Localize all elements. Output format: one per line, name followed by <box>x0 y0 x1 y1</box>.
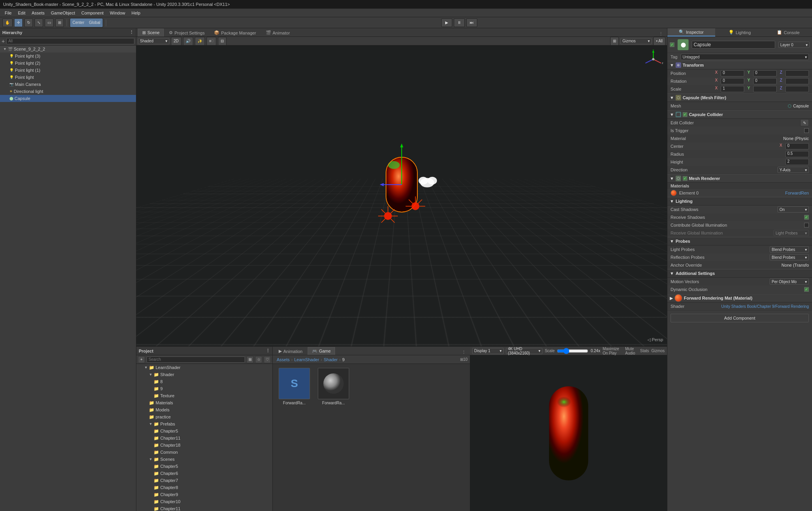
proj-texture[interactable]: 📁 Texture <box>136 392 272 399</box>
radius-field[interactable]: 0.5 <box>785 151 809 157</box>
menu-help[interactable]: Help <box>128 10 143 16</box>
additional-settings-header[interactable]: ▼ Additional Settings <box>667 269 812 278</box>
inspector-tab-inspector[interactable]: 🔍 Inspector <box>667 28 715 36</box>
play-btn[interactable]: ▶ <box>441 18 452 27</box>
tool-move[interactable]: ✛ <box>14 18 23 27</box>
menu-window[interactable]: Window <box>107 10 128 16</box>
proj-prefabs[interactable]: ▼ 📁 Prefabs <box>136 420 272 427</box>
tree-maincamera[interactable]: 📷 Main Camera <box>0 81 136 88</box>
tool-rect[interactable]: ▭ <box>45 18 54 27</box>
proj-chapter9[interactable]: 📁 Chapter9 <box>136 491 272 498</box>
motion-vectors-dropdown[interactable]: Per Object Mo ▾ <box>770 278 809 285</box>
scene-2d-btn[interactable]: 2D <box>171 37 181 45</box>
scene-viewport[interactable]: y z ◁ Persp <box>136 45 667 346</box>
proj-chapter18-pre[interactable]: 📁 Chapter18 <box>136 442 272 449</box>
receive-shadows-checkbox[interactable] <box>804 215 809 220</box>
proj-models[interactable]: 📁 Models <box>136 406 272 413</box>
space-global-btn[interactable]: Global <box>87 18 103 27</box>
hierarchy-add-btn[interactable]: + <box>2 38 5 44</box>
proj-9[interactable]: 📁 9 <box>136 385 272 392</box>
reflection-probes-dropdown[interactable]: Blend Probes ▾ <box>770 254 809 260</box>
hierarchy-search[interactable] <box>6 38 134 44</box>
proj-chapter5[interactable]: 📁 Chapter5 <box>136 463 272 470</box>
tab-package-manager[interactable]: 📦 Package Manager <box>210 29 260 36</box>
tree-pointlight[interactable]: 💡 Point light <box>0 74 136 81</box>
bottom-tabs-menu[interactable]: ⋮ <box>459 350 468 355</box>
light-probes-dropdown[interactable]: Blend Probes ▾ <box>770 246 809 253</box>
project-add-btn[interactable]: + <box>138 356 145 363</box>
tree-pointlight3[interactable]: 💡 Point light (3) <box>0 53 136 60</box>
layer-dropdown[interactable]: Layer 0 ▾ <box>778 42 810 48</box>
asset-forwardra-s[interactable]: S ForwardRa... <box>277 368 312 405</box>
proj-chapter11[interactable]: 📁 Chapter11 <box>136 505 272 511</box>
rot-z-field[interactable] <box>785 78 809 84</box>
resolution-dropdown[interactable]: 4K UHD (3840x2160) ▾ <box>506 348 542 354</box>
pos-x-field[interactable]: 0 <box>721 70 744 76</box>
scene-layers-btn[interactable]: ⊞ <box>610 37 619 45</box>
proj-scenes[interactable]: ▼ 📁 Scenes <box>136 456 272 463</box>
rot-x-field[interactable]: 0 <box>721 78 744 84</box>
object-enabled-checkbox[interactable] <box>670 42 674 47</box>
game-gizmos-btn[interactable]: Gizmos <box>651 349 665 353</box>
proj-chapter7[interactable]: 📁 Chapter7 <box>136 477 272 484</box>
cast-shadows-dropdown[interactable]: On ▾ <box>778 206 809 213</box>
material-header[interactable]: ▶ Forward Rendering Mat (Material) <box>667 294 812 302</box>
cx-field[interactable]: 0 <box>785 143 809 149</box>
tab-game[interactable]: 🎮 Game <box>308 347 335 355</box>
menu-file[interactable]: File <box>2 10 15 16</box>
tree-dirlight[interactable]: ☀ Directional light <box>0 88 136 95</box>
gizmos-dropdown[interactable]: Gizmos ▾ <box>620 38 652 44</box>
direction-dropdown[interactable]: Y-Axis ▾ <box>778 167 809 173</box>
scene-all-btn[interactable]: • All <box>653 37 665 45</box>
proj-chapter10[interactable]: 📁 Chapter10 <box>136 498 272 505</box>
inspector-tab-console[interactable]: 📋 Console <box>764 28 812 36</box>
scene-hidden-btn[interactable]: ⊟ <box>218 37 227 45</box>
project-view-btn[interactable]: ⊞ <box>246 356 254 363</box>
scene-effects-btn[interactable]: ✨ <box>195 37 205 45</box>
is-trigger-checkbox[interactable] <box>804 128 809 133</box>
project-search-input[interactable] <box>147 356 245 363</box>
shading-mode-dropdown[interactable]: Shaded ▾ <box>138 38 169 44</box>
tool-hand[interactable]: ✋ <box>2 18 13 27</box>
pause-btn[interactable]: ⏸ <box>454 18 465 27</box>
proj-common[interactable]: 📁 Common <box>136 449 272 456</box>
tree-scene[interactable]: ▼ 🎬 Scene_9_2_2_2 <box>0 45 136 53</box>
asset-forwardra-m[interactable]: ForwardRa... <box>316 368 351 405</box>
mesh-renderer-header[interactable]: ▼ ⬡ Mesh Renderer <box>667 174 812 183</box>
game-canvas[interactable] <box>470 355 667 511</box>
inspector-tab-lighting[interactable]: 💡 Lighting <box>716 28 764 36</box>
menu-component[interactable]: Component <box>78 10 107 16</box>
collider-header[interactable]: ▼ ⬛ Capsule Collider <box>667 110 812 119</box>
tool-rotate[interactable]: ↻ <box>24 18 33 27</box>
bc-learnshader[interactable]: LearnShader <box>294 357 319 362</box>
tag-dropdown[interactable]: Untagged ▾ <box>681 54 809 60</box>
object-name-input[interactable] <box>692 41 775 49</box>
scene-fog-btn[interactable]: ≡ 0 <box>207 37 216 45</box>
menu-assets[interactable]: Assets <box>29 10 48 16</box>
tabs-menu-icon[interactable]: ⋮ <box>656 31 665 36</box>
project-fav-btn[interactable]: ♡ <box>264 356 271 363</box>
proj-chapter11-pre[interactable]: 📁 Chapter11 <box>136 435 272 442</box>
proj-materials[interactable]: 📁 Materials <box>136 399 272 406</box>
proj-8[interactable]: 📁 8 <box>136 378 272 385</box>
menu-edit[interactable]: Edit <box>15 10 29 16</box>
axis-gizmo[interactable]: y z <box>643 49 663 69</box>
proj-chapter5-pre[interactable]: 📁 Chapter5 <box>136 427 272 435</box>
proj-practice[interactable]: 📁 practice <box>136 413 272 420</box>
tab-scene[interactable]: ⊞ Scene <box>138 29 164 36</box>
proj-learnshader[interactable]: ▼ 📁 LearnShader <box>136 364 272 371</box>
transform-header[interactable]: ▼ ⊕ Transform <box>667 61 812 69</box>
tab-animation[interactable]: ▶ Animation <box>274 347 307 355</box>
pos-z-field[interactable] <box>785 70 809 76</box>
display-dropdown[interactable]: Display 1 ▾ <box>472 348 504 354</box>
height-field[interactable]: 2 <box>785 159 809 165</box>
pivot-center-btn[interactable]: Center <box>70 18 87 27</box>
rot-y-field[interactable]: 0 <box>753 78 777 84</box>
bc-shader[interactable]: Shader <box>324 357 337 362</box>
tool-scale[interactable]: ⤡ <box>34 18 43 27</box>
collider-enabled[interactable] <box>683 112 687 117</box>
step-btn[interactable]: ⏭ <box>466 18 477 27</box>
proj-shader[interactable]: ▼ 📁 Shader <box>136 371 272 378</box>
mesh-filter-header[interactable]: ▼ ⬡ Capsule (Mesh Filter) <box>667 93 812 102</box>
bc-assets[interactable]: Assets <box>277 357 290 362</box>
